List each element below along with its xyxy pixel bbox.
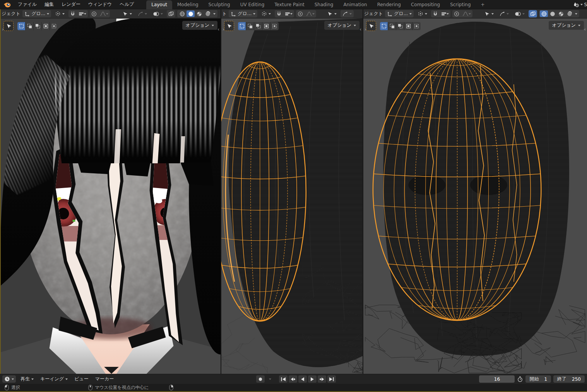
playback-menu[interactable]: 再生 <box>19 375 36 383</box>
tab-animation[interactable]: Animation <box>338 0 372 9</box>
pivot-point-dropdown[interactable] <box>53 10 67 17</box>
snap-toggle[interactable] <box>275 10 283 17</box>
editor-type-dropdown[interactable] <box>2 375 16 383</box>
shading-rendered-button[interactable] <box>204 10 212 17</box>
shading-wireframe-button[interactable] <box>178 10 186 17</box>
play-button[interactable] <box>308 375 317 383</box>
jump-to-start-button[interactable] <box>279 375 288 383</box>
viewport-right-canvas[interactable] <box>363 19 587 374</box>
select-mode-intersect[interactable] <box>412 22 421 30</box>
xray-toggle[interactable] <box>529 10 537 17</box>
region-toggle-left-icon[interactable]: › <box>2 27 4 32</box>
tab-layout[interactable]: Layout <box>146 0 172 9</box>
tab-texture-paint[interactable]: Texture Paint <box>269 0 309 9</box>
start-frame-field[interactable]: 開始 1 <box>525 375 551 383</box>
select-mode-intersect[interactable] <box>270 22 279 30</box>
overlays-dropdown[interactable] <box>151 10 165 17</box>
auto-keying-toggle[interactable] <box>256 375 265 383</box>
select-mode-subtract[interactable] <box>34 22 42 30</box>
previous-keyframe-button[interactable] <box>289 375 297 383</box>
menu-edit[interactable]: 編集 <box>41 0 58 9</box>
viewport-options-dropdown[interactable]: オプション <box>549 21 584 30</box>
gizmo-dropdown[interactable] <box>136 10 149 17</box>
view-menu[interactable]: ビュー <box>72 375 91 383</box>
overlays-dropdown[interactable] <box>513 10 527 17</box>
region-toggle-left-icon[interactable]: › <box>222 27 224 32</box>
scene-selector[interactable]: S <box>573 2 587 8</box>
select-mode-invert[interactable] <box>42 22 50 30</box>
shading-wireframe-button[interactable] <box>540 10 548 17</box>
transform-orientation-dropdown[interactable]: グロ... <box>22 10 51 17</box>
select-mode-subtract[interactable] <box>254 22 262 30</box>
tab-modeling[interactable]: Modeling <box>172 0 204 9</box>
proportional-editing-toggle[interactable] <box>296 10 305 17</box>
active-tool-select-box[interactable] <box>3 21 14 31</box>
blender-logo-icon[interactable] <box>3 1 12 8</box>
select-visibility-dropdown[interactable] <box>325 10 339 17</box>
shading-rendered-button[interactable] <box>565 10 573 17</box>
proportional-editing-toggle[interactable] <box>452 10 461 17</box>
proportional-falloff-dropdown[interactable] <box>305 10 316 17</box>
snap-toggle[interactable] <box>68 10 77 17</box>
transform-orientation-dropdown[interactable]: グロ... <box>229 10 257 17</box>
viewport-options-dropdown[interactable]: オプション <box>324 21 359 30</box>
proportional-editing-toggle[interactable] <box>90 10 98 17</box>
tab-scripting[interactable]: Scripting <box>445 0 476 9</box>
next-keyframe-button[interactable] <box>318 375 326 383</box>
transform-orientation-dropdown[interactable]: グロ... <box>385 10 414 17</box>
active-tool-select-box[interactable] <box>224 21 234 31</box>
tab-add-workspace[interactable]: + <box>476 0 490 9</box>
region-toggle-right-icon[interactable]: ‹ <box>584 27 586 32</box>
tab-shading[interactable]: Shading <box>310 0 339 9</box>
select-mode-intersect[interactable] <box>50 22 58 30</box>
shading-solid-button[interactable] <box>548 10 556 17</box>
object-mode-dropdown[interactable]: ジェクト <box>2 10 21 17</box>
shading-material-button[interactable] <box>195 10 203 17</box>
proportional-falloff-dropdown[interactable] <box>98 10 110 17</box>
tab-sculpting[interactable]: Sculpting <box>204 0 235 9</box>
object-mode-dropdown[interactable]: ジェクト <box>364 10 383 17</box>
xray-toggle[interactable] <box>167 10 175 17</box>
keying-set-dropdown[interactable] <box>266 375 274 383</box>
menu-help[interactable]: ヘルプ <box>116 0 138 9</box>
select-mode-subtract[interactable] <box>396 22 404 30</box>
region-toggle-right-icon[interactable]: ‹ <box>359 27 361 32</box>
keying-menu[interactable]: キーイング <box>38 375 70 383</box>
select-mode-set[interactable] <box>380 22 388 30</box>
tab-rendering[interactable]: Rendering <box>372 0 406 9</box>
object-mode-dropdown[interactable]: ト <box>222 10 227 17</box>
tab-compositing[interactable]: Compositing <box>406 0 445 9</box>
menu-window[interactable]: ウィンドウ <box>84 0 116 9</box>
shading-material-button[interactable] <box>557 10 565 17</box>
active-tool-select-box[interactable] <box>366 21 376 31</box>
viewport-left-canvas[interactable] <box>1 19 221 374</box>
viewport-middle-canvas[interactable] <box>221 19 363 374</box>
pivot-point-dropdown[interactable] <box>416 10 429 17</box>
stopwatch-icon[interactable] <box>517 376 523 382</box>
select-mode-set[interactable] <box>17 22 26 30</box>
region-toggle-right-icon[interactable]: ‹ <box>217 27 219 32</box>
menu-file[interactable]: ファイル <box>14 0 41 9</box>
region-toggle-left-icon[interactable]: › <box>365 27 366 32</box>
snap-target-dropdown[interactable] <box>77 10 88 17</box>
select-mode-extend[interactable] <box>246 22 254 30</box>
viewport-options-dropdown[interactable]: オプション <box>182 21 217 30</box>
tab-uv-editing[interactable]: UV Editing <box>235 0 270 9</box>
select-mode-invert[interactable] <box>262 22 270 30</box>
gizmo-dropdown[interactable] <box>341 10 354 17</box>
shading-solid-button[interactable] <box>187 10 195 17</box>
gizmo-dropdown[interactable] <box>498 10 511 17</box>
snap-toggle[interactable] <box>431 10 440 17</box>
proportional-falloff-dropdown[interactable] <box>461 10 472 17</box>
select-mode-extend[interactable] <box>388 22 396 30</box>
marker-menu[interactable]: マーカー <box>93 375 116 383</box>
select-visibility-dropdown[interactable] <box>121 10 134 17</box>
menu-render[interactable]: レンダー <box>58 0 84 9</box>
play-reverse-button[interactable] <box>298 375 307 383</box>
pivot-point-dropdown[interactable] <box>259 10 273 17</box>
select-mode-set[interactable] <box>238 22 246 30</box>
jump-to-end-button[interactable] <box>327 375 336 383</box>
snap-target-dropdown[interactable] <box>283 10 294 17</box>
select-mode-invert[interactable] <box>404 22 412 30</box>
select-mode-extend[interactable] <box>26 22 34 30</box>
